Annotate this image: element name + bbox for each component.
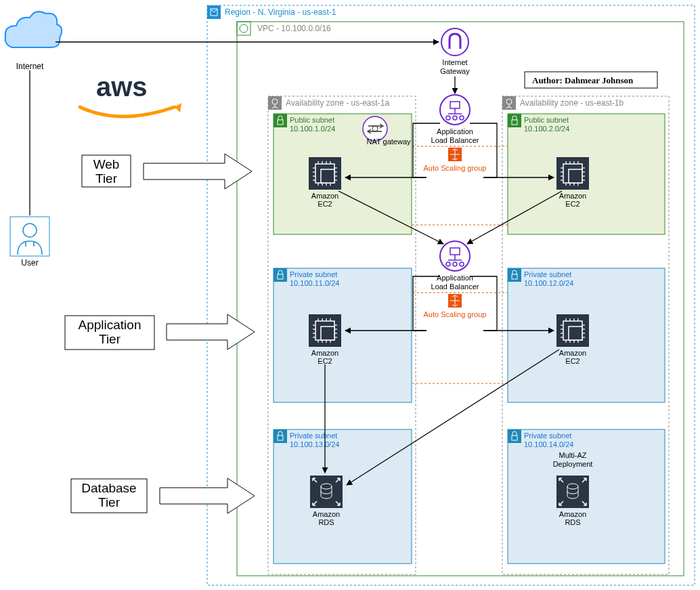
svg-text:Internet: Internet bbox=[442, 58, 467, 66]
region-label: Region - N. Virginia - us-east-1 bbox=[225, 7, 336, 17]
svg-text:Private subnet: Private subnet bbox=[524, 270, 571, 278]
db-tier-arrow-icon bbox=[160, 478, 255, 513]
svg-text:RDS: RDS bbox=[565, 518, 580, 526]
svg-rect-104 bbox=[274, 268, 412, 402]
az-a-label: Availability zone - us-east-1a bbox=[286, 98, 390, 108]
svg-text:EC2: EC2 bbox=[318, 200, 332, 208]
author-label: Author: Dahmear Johnson bbox=[532, 75, 634, 85]
svg-text:aws: aws bbox=[96, 72, 148, 102]
svg-rect-6 bbox=[10, 217, 49, 256]
author-box: Author: Dahmear Johnson bbox=[525, 72, 657, 88]
svg-rect-137 bbox=[569, 326, 582, 340]
svg-text:RDS: RDS bbox=[318, 518, 334, 526]
asg-1-icon: Auto Scaling group bbox=[424, 148, 487, 172]
svg-text:Amazon: Amazon bbox=[559, 349, 586, 357]
svg-text:Private subnet: Private subnet bbox=[290, 431, 337, 440]
svg-text:10.100.14.0/24: 10.100.14.0/24 bbox=[524, 440, 573, 448]
connectors bbox=[30, 42, 562, 485]
svg-rect-111 bbox=[321, 326, 334, 340]
vpc-label: VPC - 10.100.0.0/16 bbox=[257, 24, 331, 33]
svg-text:10.100.13.0/24: 10.100.13.0/24 bbox=[290, 440, 339, 448]
svg-text:EC2: EC2 bbox=[565, 200, 579, 208]
svg-text:Amazon: Amazon bbox=[311, 192, 338, 200]
svg-text:Tier: Tier bbox=[99, 332, 121, 346]
svg-text:Tier: Tier bbox=[98, 495, 121, 509]
svg-text:Private subnet: Private subnet bbox=[524, 431, 571, 440]
alb-2-icon: Application Load Balancer bbox=[431, 241, 479, 291]
svg-text:Auto Scaling group: Auto Scaling group bbox=[424, 164, 487, 172]
svg-text:Auto Scaling group: Auto Scaling group bbox=[424, 310, 487, 318]
svg-text:EC2: EC2 bbox=[565, 357, 579, 365]
public-subnet-a: Public subnet 10.100.1.0/24 bbox=[274, 114, 412, 234]
svg-point-18 bbox=[441, 28, 468, 56]
app-tier-arrow-icon bbox=[167, 314, 255, 350]
svg-rect-3 bbox=[237, 22, 250, 35]
svg-rect-36 bbox=[502, 96, 516, 110]
svg-text:Load Balancer: Load Balancer bbox=[431, 282, 479, 291]
svg-rect-48 bbox=[321, 169, 334, 183]
svg-text:10.100.12.0/24: 10.100.12.0/24 bbox=[524, 279, 573, 287]
aws-logo-icon: aws bbox=[80, 72, 181, 117]
internet-icon: Internet bbox=[5, 12, 62, 71]
svg-text:EC2: EC2 bbox=[318, 357, 332, 365]
svg-text:Application: Application bbox=[437, 274, 473, 282]
svg-text:Multi-AZ: Multi-AZ bbox=[559, 451, 587, 459]
svg-text:Application: Application bbox=[79, 318, 141, 332]
internet-label: Internet bbox=[16, 62, 44, 71]
svg-text:10.100.1.0/24: 10.100.1.0/24 bbox=[290, 125, 335, 133]
az-b-label: Availability zone - us-east-1b bbox=[520, 98, 624, 108]
db-tier-label: Database Tier bbox=[71, 479, 147, 513]
svg-text:Public subnet: Public subnet bbox=[290, 116, 334, 124]
svg-text:Amazon: Amazon bbox=[311, 349, 338, 357]
svg-text:Public subnet: Public subnet bbox=[524, 116, 569, 124]
user-label: User bbox=[21, 258, 38, 268]
svg-rect-74 bbox=[569, 169, 582, 183]
svg-text:NAT gateway: NAT gateway bbox=[366, 138, 411, 146]
svg-rect-33 bbox=[268, 96, 282, 110]
svg-text:10.100.11.0/24: 10.100.11.0/24 bbox=[290, 279, 339, 287]
alb-1-icon: Application Load Balancer bbox=[431, 95, 479, 144]
private-subnet-a1: Private subnet 10.100.11.0/24 bbox=[274, 268, 412, 402]
svg-text:Gateway: Gateway bbox=[440, 67, 470, 75]
svg-text:10.100.2.0/24: 10.100.2.0/24 bbox=[524, 125, 569, 133]
igw-icon: Internet Gateway bbox=[440, 28, 470, 75]
web-tier-label: Web Tier bbox=[82, 155, 131, 187]
svg-text:Private subnet: Private subnet bbox=[290, 270, 337, 278]
web-tier-arrow-icon bbox=[144, 154, 252, 189]
svg-text:Deployment: Deployment bbox=[553, 460, 593, 468]
svg-text:Amazon: Amazon bbox=[313, 510, 340, 518]
app-tier-label: Application Tier bbox=[65, 316, 154, 350]
svg-text:Load Balancer: Load Balancer bbox=[431, 136, 479, 144]
asg-2-icon: Auto Scaling group bbox=[424, 294, 487, 318]
svg-text:Application: Application bbox=[437, 127, 473, 135]
svg-point-4 bbox=[240, 24, 248, 33]
svg-text:Tier: Tier bbox=[95, 171, 118, 186]
svg-text:Web: Web bbox=[93, 157, 120, 171]
svg-text:Amazon: Amazon bbox=[559, 510, 586, 518]
user-icon: User bbox=[10, 217, 49, 268]
svg-text:Database: Database bbox=[81, 481, 136, 495]
svg-text:Amazon: Amazon bbox=[559, 192, 586, 200]
